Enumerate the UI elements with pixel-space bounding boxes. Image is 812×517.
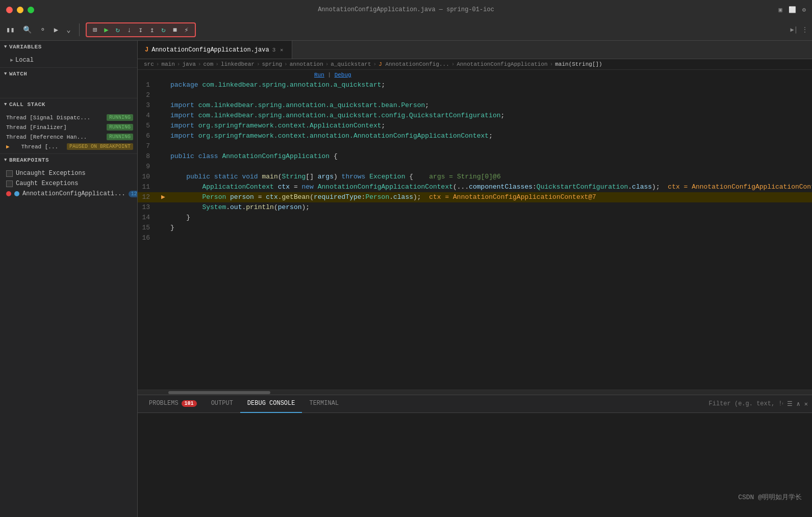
breakpoints-header[interactable]: ▼ BREAKPOINTS — [0, 154, 137, 166]
line-num-8: 8 — [138, 151, 158, 162]
bc-com[interactable]: com — [203, 61, 213, 67]
bc-linkedbear[interactable]: linkedbear — [221, 61, 255, 67]
breakpoint-caught[interactable]: Caught Exceptions — [0, 178, 137, 189]
window-control-1[interactable]: ▣ — [779, 6, 782, 14]
code-line-9: 9 — [138, 162, 812, 172]
line-num-1: 1 — [138, 80, 158, 90]
code-line-4: 4 import com.linkedbear.spring.annotatio… — [138, 111, 812, 121]
window-control-2[interactable]: ⬜ — [789, 6, 796, 14]
line-gutter-11 — [158, 182, 168, 192]
callstack-header[interactable]: ▼ CALL STACK — [0, 98, 137, 111]
bc-class[interactable]: AnnotationConfigApplication — [456, 61, 547, 67]
line-gutter-15 — [158, 223, 168, 233]
terminal-label: TERMINAL — [309, 400, 339, 407]
line-content-5: import org.springframework.context.Appli… — [168, 121, 812, 131]
line-content-6: import org.springframework.context.annot… — [168, 131, 812, 141]
line-num-11: 11 — [138, 182, 158, 192]
close-button[interactable] — [6, 7, 13, 13]
line-content-14: } — [168, 213, 812, 223]
debug-refresh-icon[interactable]: ↻ — [114, 24, 122, 35]
line-gutter-14 — [158, 213, 168, 223]
debug-stop-button[interactable]: ■ — [171, 25, 179, 35]
window-settings-icon[interactable]: ⚙ — [802, 6, 806, 14]
breakpoint-annotation[interactable]: AnnotationConfigApplicati... 12 ► — [0, 189, 137, 199]
line-content-16 — [168, 233, 812, 243]
filter-up-icon[interactable]: ∧ — [797, 400, 800, 408]
bc-annotation[interactable]: annotation — [290, 61, 323, 67]
variables-label: VARIABLES — [9, 44, 42, 50]
search-icon[interactable]: 🔍 — [21, 23, 34, 36]
tab-terminal[interactable]: TERMINAL — [302, 395, 346, 413]
main-layout: ▮▮ 🔍 ⚬ ▶ ⌄ ⊞ ▶ ↻ ↓ ↧ ↥ ↻ ■ ⚡ ▶│ ⋮ — [0, 19, 812, 517]
code-editor[interactable]: Run | Debug 1 package com.linkedbear.spr… — [138, 70, 812, 390]
tab-close-button[interactable]: ✕ — [278, 46, 285, 54]
callstack-item-1[interactable]: Thread [Finalizer] RUNNING — [0, 122, 137, 132]
line-content-8: public class AnnotationConfigApplication… — [168, 151, 812, 162]
debug-arrow-icon: ▶ — [161, 192, 165, 202]
bc-src[interactable]: src — [144, 61, 154, 67]
debug-step-into-button[interactable]: ↧ — [136, 24, 144, 35]
line-content-7 — [168, 141, 812, 151]
caught-checkbox[interactable] — [6, 180, 13, 187]
uncaught-checkbox[interactable] — [6, 170, 13, 177]
editor-tab-main[interactable]: J AnnotationConfigApplication.java 3 ✕ — [138, 41, 292, 59]
source-control-icon[interactable]: ⚬ — [38, 23, 48, 36]
bottom-panel: PROBLEMS 101 OUTPUT DEBUG CONSOLE TERMIN… — [138, 395, 812, 517]
code-line-14: 14 } — [138, 213, 812, 223]
run-icon[interactable]: ▶ — [52, 23, 60, 36]
maximize-button[interactable] — [28, 7, 34, 13]
tab-lang-icon: J — [145, 46, 148, 54]
tab-problems[interactable]: PROBLEMS 101 — [142, 395, 204, 413]
sidebar-toggle-icon[interactable]: ▮▮ — [4, 23, 17, 36]
thread-paused-label: Thread [... — [21, 144, 58, 150]
thread-finalizer-label: Thread [Finalizer] — [6, 124, 67, 131]
filter-list-icon[interactable]: ☰ — [787, 400, 793, 408]
tab-debug-console[interactable]: DEBUG CONSOLE — [240, 395, 302, 413]
breakpoint-uncaught[interactable]: Uncaught Exceptions — [0, 168, 137, 178]
sidebar: ▼ VARIABLES ► Local ▼ WATCH — [0, 41, 138, 517]
bc-a-quickstart[interactable]: a_quickstart — [331, 61, 371, 67]
debug-step-over-button[interactable]: ↓ — [125, 25, 133, 35]
watch-header[interactable]: ▼ WATCH — [0, 68, 137, 80]
line-gutter-13 — [158, 202, 168, 213]
debug-lightning-icon[interactable]: ⚡ — [182, 24, 190, 35]
toolbar-right-icon2[interactable]: ⋮ — [802, 26, 808, 34]
callstack-section: ▼ CALL STACK Thread [Signal Dispatc... R… — [0, 98, 137, 154]
sidebar-item-local[interactable]: ► Local — [0, 55, 137, 65]
bc-main[interactable]: main — [161, 61, 174, 67]
horizontal-scrollbar[interactable] — [138, 390, 812, 395]
chevron-down-icon[interactable]: ⌄ — [64, 23, 72, 36]
debug-step-out-button[interactable]: ↥ — [148, 24, 156, 35]
debug-restart-button[interactable]: ↻ — [159, 24, 167, 35]
callstack-item-2[interactable]: Thread [Reference Han... RUNNING — [0, 132, 137, 142]
debug-grid-icon[interactable]: ⊞ — [91, 24, 99, 35]
variables-content: ► Local — [0, 53, 137, 67]
bc-file[interactable]: J AnnotationConfig... — [378, 61, 449, 67]
filter-input[interactable] — [709, 400, 783, 407]
debug-link[interactable]: Debug — [335, 72, 351, 78]
minimize-button[interactable] — [17, 7, 23, 13]
line-num-16: 16 — [138, 233, 158, 243]
title-bar-right: ▣ ⬜ ⚙ — [779, 6, 806, 14]
toolbar-right-icon1[interactable]: ▶│ — [791, 26, 798, 34]
problems-label: PROBLEMS — [149, 400, 179, 407]
bc-java[interactable]: java — [182, 61, 195, 67]
bc-method[interactable]: main(String[]) — [555, 61, 602, 67]
callstack-item-0[interactable]: Thread [Signal Dispatc... RUNNING — [0, 113, 137, 122]
toolbar-left: ▮▮ 🔍 ⚬ ▶ ⌄ — [4, 23, 80, 36]
tab-output[interactable]: OUTPUT — [204, 395, 240, 413]
line-num-5: 5 — [138, 121, 158, 131]
debug-console-label: DEBUG CONSOLE — [247, 400, 295, 407]
paused-badge: PAUSED ON BREAKPOINT — [67, 143, 133, 150]
watermark: CSDN @明明如月学长 — [738, 493, 802, 502]
run-link[interactable]: Run — [314, 72, 324, 78]
variables-header[interactable]: ▼ VARIABLES — [0, 41, 137, 53]
debug-continue-button[interactable]: ▶ — [102, 24, 110, 35]
bc-spring[interactable]: spring — [262, 61, 283, 67]
run-debug-links: Run | Debug — [138, 70, 812, 80]
filter-close-icon[interactable]: ✕ — [804, 400, 808, 408]
line-num-14: 14 — [138, 213, 158, 223]
line-num-3: 3 — [138, 100, 158, 111]
thread-signal-label: Thread [Signal Dispatc... — [6, 115, 90, 121]
callstack-item-3[interactable]: ▶ Thread [... PAUSED ON BREAKPOINT — [0, 142, 137, 151]
